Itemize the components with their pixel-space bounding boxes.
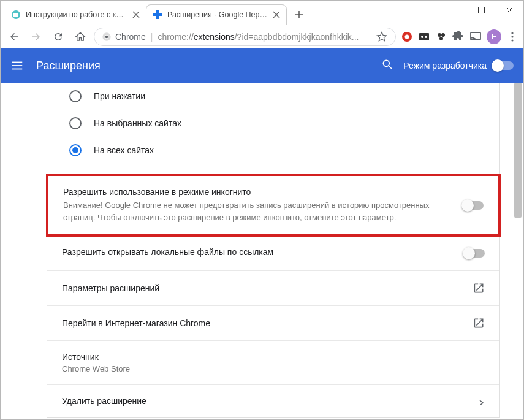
star-bookmark-icon[interactable] xyxy=(376,31,388,43)
extensions-puzzle-icon[interactable] xyxy=(452,31,465,43)
dev-mode-label: Режим разработчика xyxy=(403,61,487,71)
scrollbar-track[interactable] xyxy=(514,83,522,420)
tab-favicon xyxy=(153,10,162,20)
tab-title: Инструкции по работе с компь xyxy=(26,10,127,19)
source-value: Chrome Web Store xyxy=(62,364,485,373)
chrome-origin-chip: Chrome xyxy=(102,32,146,42)
extension-icon[interactable] xyxy=(401,31,413,43)
tab-favicon xyxy=(11,10,21,20)
tab-title: Расширения - Google Перевод xyxy=(167,10,268,19)
link-label: Параметры расширений xyxy=(62,283,473,293)
svg-point-19 xyxy=(425,36,427,38)
open-external-icon xyxy=(473,317,485,329)
radio-label: На всех сайтах xyxy=(94,145,154,155)
new-tab-button[interactable] xyxy=(290,6,308,23)
incognito-toggle[interactable] xyxy=(463,201,484,210)
svg-line-31 xyxy=(389,66,392,69)
minimize-button[interactable] xyxy=(439,1,467,19)
radio-icon xyxy=(69,117,82,129)
svg-rect-5 xyxy=(13,13,18,17)
toolbar-actions: E xyxy=(401,29,518,44)
extensions-appbar: Расширения Режим разработчика xyxy=(1,48,523,83)
hamburger-menu-icon[interactable] xyxy=(10,59,24,72)
tab-strip: Инструкции по работе с компь Расширения … xyxy=(5,4,308,25)
svg-rect-1 xyxy=(478,7,484,13)
file-urls-toggle[interactable] xyxy=(464,249,485,258)
radio-all-sites[interactable]: На всех сайтах xyxy=(69,137,499,164)
svg-rect-17 xyxy=(419,33,429,40)
cast-icon[interactable] xyxy=(469,31,482,43)
svg-point-14 xyxy=(105,35,108,38)
reload-button[interactable] xyxy=(50,28,67,45)
source-info: Источник Chrome Web Store xyxy=(47,340,499,384)
window-controls xyxy=(439,1,523,19)
kebab-menu-icon[interactable] xyxy=(506,31,518,43)
svg-point-30 xyxy=(384,60,390,66)
allow-incognito-section: Разрешить использование в режиме инкогни… xyxy=(46,174,501,237)
browser-tab-1[interactable]: Расширения - Google Перевод xyxy=(146,4,287,25)
extension-options-link[interactable]: Параметры расширений xyxy=(47,270,499,305)
svg-point-25 xyxy=(511,36,513,37)
incognito-desc: Внимание! Google Chrome не может предотв… xyxy=(63,199,453,223)
remove-extension-link[interactable]: Удалить расширение xyxy=(47,384,499,417)
back-button[interactable] xyxy=(6,28,23,45)
link-label: Удалить расширение xyxy=(62,396,479,406)
radio-label: На выбранных сайтах xyxy=(94,118,181,128)
file-urls-title: Разрешить открывать локальные файлы по с… xyxy=(62,247,454,257)
svg-point-24 xyxy=(511,32,513,34)
chevron-right-icon xyxy=(479,398,485,404)
site-access-radios: При нажатии На выбранных сайтах На всех … xyxy=(47,83,499,175)
svg-point-21 xyxy=(441,33,445,37)
radio-label: При нажатии xyxy=(94,91,145,101)
profile-avatar[interactable]: E xyxy=(487,29,501,44)
svg-point-16 xyxy=(405,34,409,39)
radio-specific-sites[interactable]: На выбранных сайтах xyxy=(69,110,499,137)
search-icon[interactable] xyxy=(381,58,393,73)
maximize-button[interactable] xyxy=(467,1,495,19)
url-text: chrome://extensions/?id=aapbdbdomjkkjkao… xyxy=(158,32,371,42)
svg-point-26 xyxy=(511,39,513,41)
link-label: Перейти в Интернет-магазин Chrome xyxy=(62,318,473,328)
extension-detail-card: При нажатии На выбранных сайтах На всех … xyxy=(47,83,500,418)
extension-icon[interactable] xyxy=(435,31,447,43)
browser-tab-0[interactable]: Инструкции по работе с компь xyxy=(5,4,146,25)
browser-toolbar: Chrome | chrome://extensions/?id=aapbdbd… xyxy=(1,25,523,48)
svg-point-22 xyxy=(439,37,443,40)
extension-icon[interactable] xyxy=(418,31,430,43)
webstore-link[interactable]: Перейти в Интернет-магазин Chrome xyxy=(47,305,499,340)
radio-icon xyxy=(69,144,82,156)
dev-mode-toggle[interactable] xyxy=(493,61,514,70)
address-bar[interactable]: Chrome | chrome://extensions/?id=aapbdbd… xyxy=(94,28,396,46)
appbar-title: Расширения xyxy=(36,59,381,72)
source-label: Источник xyxy=(62,352,485,362)
svg-point-20 xyxy=(438,33,441,37)
scrollbar-thumb[interactable] xyxy=(514,83,522,218)
close-tab-icon[interactable] xyxy=(273,11,280,18)
chrome-chip-label: Chrome xyxy=(115,32,146,42)
radio-on-click[interactable]: При нажатии xyxy=(69,83,499,110)
open-external-icon xyxy=(473,282,485,294)
allow-file-urls-section: Разрешить открывать локальные файлы по с… xyxy=(47,235,499,270)
home-button[interactable] xyxy=(72,28,89,45)
radio-icon xyxy=(69,90,82,102)
close-window-button[interactable] xyxy=(495,1,523,19)
content-scroll-area: При нажатии На выбранных сайтах На всех … xyxy=(1,83,523,420)
forward-button[interactable] xyxy=(28,28,45,45)
close-tab-icon[interactable] xyxy=(132,11,140,18)
svg-point-18 xyxy=(421,36,423,38)
incognito-title: Разрешить использование в режиме инкогни… xyxy=(63,187,453,197)
